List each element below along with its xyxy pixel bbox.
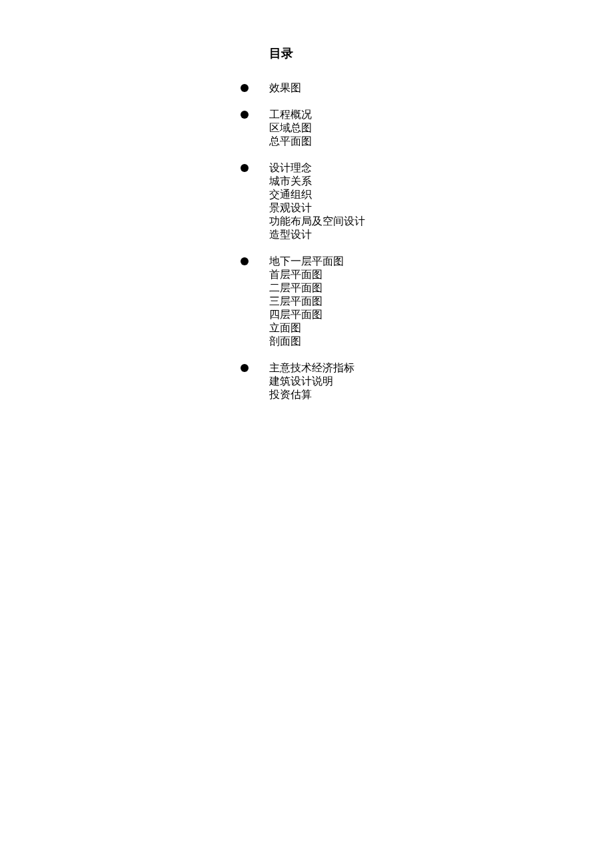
toc-item: 剖面图 [269, 335, 613, 348]
bullet-icon [241, 364, 249, 372]
toc-item: 设计理念 [269, 161, 613, 175]
bullet-column [240, 255, 269, 268]
toc-section: 地下一层平面图 首层平面图 二层平面图 三层平面图 四层平面图 立面图 剖面图 [240, 255, 613, 348]
toc-item: 功能布局及空间设计 [269, 215, 613, 228]
toc-section: 效果图 [240, 81, 613, 95]
toc-section: 设计理念 城市关系 交通组织 景观设计 功能布局及空间设计 造型设计 [240, 161, 613, 241]
toc-item: 工程概况 [269, 108, 613, 121]
toc-item: 三层平面图 [269, 295, 613, 308]
toc-item: 投资估算 [269, 388, 613, 401]
toc-page: 目录 效果图 工程概况 区域总图 总平面图 [0, 0, 613, 401]
toc-section: 主意技术经济指标 建筑设计说明 投资估算 [240, 361, 613, 401]
toc-row: 地下一层平面图 首层平面图 二层平面图 三层平面图 四层平面图 立面图 剖面图 [240, 255, 613, 348]
toc-row: 主意技术经济指标 建筑设计说明 投资估算 [240, 361, 613, 401]
toc-section: 工程概况 区域总图 总平面图 [240, 108, 613, 148]
toc-item: 城市关系 [269, 175, 613, 188]
toc-title: 目录 [269, 45, 613, 61]
toc-item: 首层平面图 [269, 268, 613, 281]
toc-item: 二层平面图 [269, 281, 613, 295]
text-column: 效果图 [269, 81, 613, 95]
toc-item: 效果图 [269, 81, 613, 95]
text-column: 设计理念 城市关系 交通组织 景观设计 功能布局及空间设计 造型设计 [269, 161, 613, 241]
toc-item: 景观设计 [269, 201, 613, 215]
bullet-column [240, 161, 269, 175]
toc-item: 区域总图 [269, 121, 613, 135]
text-column: 工程概况 区域总图 总平面图 [269, 108, 613, 148]
toc-item: 四层平面图 [269, 308, 613, 321]
bullet-column [240, 361, 269, 375]
toc-item: 主意技术经济指标 [269, 361, 613, 375]
text-column: 主意技术经济指标 建筑设计说明 投资估算 [269, 361, 613, 401]
toc-item: 造型设计 [269, 228, 613, 241]
toc-item: 建筑设计说明 [269, 375, 613, 388]
toc-row: 效果图 [240, 81, 613, 95]
toc-item: 总平面图 [269, 135, 613, 148]
bullet-icon [241, 111, 249, 119]
toc-item: 交通组织 [269, 188, 613, 201]
bullet-column [240, 108, 269, 121]
toc-item: 地下一层平面图 [269, 255, 613, 268]
bullet-icon [241, 164, 249, 172]
toc-item: 立面图 [269, 321, 613, 335]
toc-row: 设计理念 城市关系 交通组织 景观设计 功能布局及空间设计 造型设计 [240, 161, 613, 241]
text-column: 地下一层平面图 首层平面图 二层平面图 三层平面图 四层平面图 立面图 剖面图 [269, 255, 613, 348]
bullet-column [240, 81, 269, 95]
bullet-icon [241, 84, 249, 92]
toc-row: 工程概况 区域总图 总平面图 [240, 108, 613, 148]
bullet-icon [241, 257, 249, 265]
